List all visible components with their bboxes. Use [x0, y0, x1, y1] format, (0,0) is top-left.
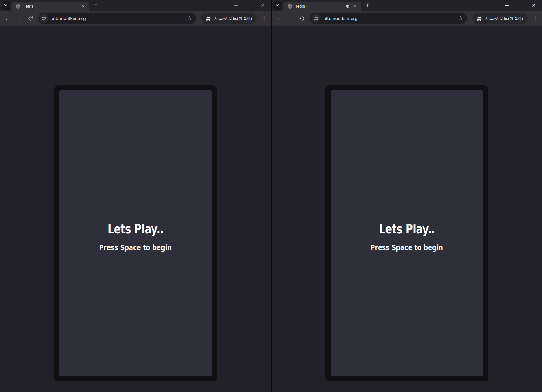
- game-text-block: Lets Play.. Press Space to begin: [90, 221, 181, 252]
- incognito-label: 시크릿 모드(창 2개): [485, 16, 523, 21]
- incognito-label: 시크릿 모드(창 2개): [214, 16, 252, 21]
- incognito-badge: 시크릿 모드(창 2개): [201, 13, 257, 24]
- new-tab-button[interactable]: +: [363, 1, 372, 10]
- site-info-button[interactable]: [40, 14, 48, 23]
- tab-strip: Tetris × + ×: [0, 0, 271, 11]
- browser-toolbar: ← → alb.montkim.org ☆ 시크릿 모드(창 2개) ⋮: [0, 11, 271, 26]
- reload-icon: [300, 16, 305, 21]
- incognito-icon: [205, 16, 211, 21]
- new-tab-button[interactable]: +: [92, 1, 100, 10]
- back-button[interactable]: ←: [275, 14, 284, 23]
- close-window-button[interactable]: ×: [527, 0, 540, 11]
- maximize-button[interactable]: [243, 0, 256, 11]
- url-text: nlb.montkim.org: [324, 16, 457, 21]
- bookmark-star-icon[interactable]: ☆: [457, 15, 464, 22]
- tab-title: Tetris: [24, 4, 81, 9]
- close-icon: ×: [261, 3, 264, 8]
- tab-tetris[interactable]: Tetris ×: [11, 2, 89, 11]
- tab-tetris[interactable]: Tetris ×: [283, 2, 361, 11]
- browser-toolbar: ← → nlb.montkim.org ☆ 시크릿 모드(창 2개) ⋮: [272, 11, 542, 26]
- tab-title: Tetris: [295, 4, 345, 9]
- address-bar[interactable]: nlb.montkim.org ☆: [310, 13, 467, 24]
- desktop: Tetris × + × ← → alb.montkim.org ☆: [0, 0, 542, 392]
- close-window-button[interactable]: ×: [256, 0, 269, 11]
- minimize-button[interactable]: [500, 0, 514, 11]
- maximize-icon: [248, 4, 251, 7]
- window-controls: ×: [229, 0, 271, 11]
- game-subtitle: Press Space to begin: [371, 243, 443, 252]
- maximize-button[interactable]: [514, 0, 527, 11]
- tetris-game-canvas[interactable]: Lets Play.. Press Space to begin: [331, 90, 483, 376]
- incognito-icon: [476, 16, 482, 21]
- back-button[interactable]: ←: [3, 14, 12, 23]
- game-title: Lets Play..: [107, 221, 163, 237]
- window-controls: ×: [500, 0, 542, 11]
- page-content: Lets Play.. Press Space to begin: [272, 26, 542, 392]
- tetris-board-frame: Lets Play.. Press Space to begin: [54, 85, 217, 381]
- tetris-game-canvas[interactable]: Lets Play.. Press Space to begin: [59, 90, 212, 376]
- chevron-down-icon: [275, 3, 280, 8]
- minimize-icon: [505, 5, 509, 6]
- minimize-button[interactable]: [229, 0, 243, 11]
- tab-search-button[interactable]: [2, 1, 10, 10]
- tune-icon: [42, 16, 47, 21]
- globe-favicon-icon: [16, 4, 21, 9]
- globe-favicon-icon: [287, 4, 292, 9]
- chevron-down-icon: [4, 3, 8, 8]
- tab-strip: Tetris × + ×: [272, 0, 542, 11]
- tab-audio-speaker-icon[interactable]: [345, 4, 350, 9]
- tune-icon: [313, 16, 318, 21]
- tab-close-icon[interactable]: ×: [81, 4, 86, 9]
- reload-icon: [28, 16, 33, 21]
- url-text: alb.montkim.org: [52, 16, 186, 21]
- close-icon: ×: [532, 3, 535, 8]
- game-subtitle: Press Space to begin: [99, 243, 172, 252]
- site-info-button[interactable]: [311, 14, 320, 23]
- speaker-icon: [345, 4, 350, 9]
- reload-button[interactable]: [298, 14, 307, 23]
- maximize-icon: [519, 4, 522, 7]
- forward-button[interactable]: →: [286, 14, 295, 23]
- tetris-board-frame: Lets Play.. Press Space to begin: [325, 85, 488, 381]
- menu-kebab-button[interactable]: ⋮: [531, 14, 539, 23]
- tab-search-button[interactable]: [273, 1, 282, 10]
- game-title: Lets Play..: [379, 221, 435, 237]
- browser-window-right: Tetris × + × ← → nlb.: [272, 0, 542, 392]
- menu-kebab-button[interactable]: ⋮: [260, 14, 268, 23]
- incognito-badge: 시크릿 모드(창 2개): [472, 13, 528, 24]
- reload-button[interactable]: [26, 14, 35, 23]
- minimize-icon: [234, 5, 238, 6]
- tab-close-icon[interactable]: ×: [352, 4, 358, 9]
- page-content: Lets Play.. Press Space to begin: [0, 26, 271, 392]
- game-text-block: Lets Play.. Press Space to begin: [361, 221, 452, 252]
- address-bar[interactable]: alb.montkim.org ☆: [38, 13, 196, 24]
- bookmark-star-icon[interactable]: ☆: [186, 15, 193, 22]
- browser-window-left: Tetris × + × ← → alb.montkim.org ☆: [0, 0, 271, 392]
- forward-button[interactable]: →: [15, 14, 24, 23]
